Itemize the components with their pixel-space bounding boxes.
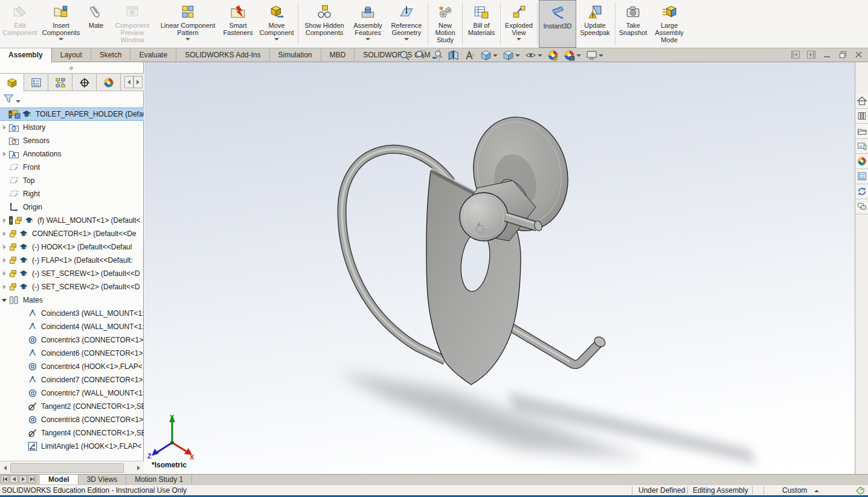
apply-scene-dropdown-arrow[interactable]	[576, 54, 581, 57]
first-tab-button[interactable]	[1, 475, 9, 483]
mate-row[interactable]: Concentric3 (CONNECTOR<1>,	[0, 333, 144, 347]
home-icon[interactable]	[855, 94, 868, 109]
motion-study-1-tab[interactable]: Motion Study 1	[126, 475, 192, 484]
mate-row[interactable]: Tangent2 (CONNECTOR<1>,SE	[0, 400, 144, 413]
tree-root-row[interactable]: TOILET_PAPER_HOLDER (Default<D	[0, 107, 144, 121]
3d-views-tab[interactable]: 3D Views	[79, 475, 126, 484]
zoom-to-fit-button[interactable]	[397, 50, 411, 61]
close-icon[interactable]	[854, 50, 863, 59]
configuration-dropdown-arrow[interactable]	[814, 490, 819, 492]
tree-row-connector[interactable]: CONNECTOR<1> (Default<<De	[0, 227, 144, 240]
tree-row-history[interactable]: History	[0, 121, 144, 134]
tab-simulation[interactable]: Simulation	[270, 48, 321, 62]
tree-row-top-plane[interactable]: Top	[0, 174, 144, 187]
mate-button[interactable]: Mate	[84, 0, 108, 48]
tree-row-mates[interactable]: Mates	[0, 293, 144, 307]
dimxpertmanager-tab[interactable]	[72, 74, 97, 91]
take-snapshot-button[interactable]: Take Snapshot	[617, 0, 649, 48]
assembly-features-button[interactable]: Assembly Features	[349, 0, 387, 48]
collapse-pane-left-button[interactable]	[791, 50, 800, 59]
instant3d-button[interactable]: Instant3D	[539, 0, 576, 48]
mate-row[interactable]: Concentric7 (WALL_MOUNT<1:	[0, 386, 144, 400]
reference-geometry-dropdown-arrow[interactable]	[404, 38, 409, 40]
hide-show-items-button[interactable]	[524, 50, 544, 61]
tab-evaluate[interactable]: Evaluate	[130, 48, 176, 62]
tab-assembly[interactable]: Assembly	[0, 48, 52, 62]
mate-row[interactable]: LimitAngle1 (HOOK<1>,FLAP<	[0, 440, 144, 453]
panel-horizontal-scrollbar[interactable]	[0, 461, 144, 474]
scrollbar-thumb[interactable]	[10, 463, 124, 473]
view-palette-icon[interactable]	[855, 139, 868, 154]
panel-tabs-scroll-right[interactable]	[133, 76, 143, 88]
scroll-left-arrow[interactable]	[0, 462, 10, 474]
tree-row-flap[interactable]: (-) FLAP<1> (Default<<Default:	[0, 254, 144, 267]
tab-solidworks-add-ins[interactable]: SOLIDWORKS Add-Ins	[176, 48, 269, 62]
tag-icon[interactable]	[855, 486, 865, 497]
restore-button[interactable]	[838, 50, 847, 59]
section-view-button[interactable]	[446, 50, 460, 61]
hide-show-items-dropdown-arrow[interactable]	[538, 54, 542, 57]
exploded-view-button[interactable]: Exploded View	[502, 0, 536, 48]
new-motion-study-button[interactable]: New Motion Study	[429, 0, 461, 48]
move-component-button[interactable]: Move Component	[257, 0, 297, 48]
annotation-view-button[interactable]	[463, 50, 477, 61]
mate-row[interactable]: Concentric4 (HOOK<1>,FLAP<	[0, 360, 144, 373]
mate-row[interactable]: Concentric8 (CONNECTOR<1>,	[0, 413, 144, 426]
tab-mbd[interactable]: MBD	[321, 48, 355, 62]
insert-components-dropdown-arrow[interactable]	[59, 38, 63, 40]
insert-components-button[interactable]: Insert Components	[38, 0, 84, 48]
tree-row-set-screw-1[interactable]: (-) SET_SCREW<1> (Default<<D	[0, 267, 144, 280]
exploded-view-dropdown-arrow[interactable]	[516, 38, 521, 40]
display-style-button[interactable]	[501, 50, 521, 61]
filter-dropdown-arrow[interactable]	[16, 100, 21, 103]
next-tab-button[interactable]	[19, 475, 27, 483]
previous-view-button[interactable]	[430, 50, 444, 61]
move-component-dropdown-arrow[interactable]	[274, 38, 279, 40]
panel-top-splitter[interactable]	[0, 62, 144, 73]
tree-row-sensors[interactable]: Sensors	[0, 134, 144, 147]
assembly-features-dropdown-arrow[interactable]	[365, 38, 370, 40]
linear-component-pattern-dropdown-arrow[interactable]	[185, 38, 190, 40]
panel-tabs-scroll-left[interactable]	[124, 76, 133, 88]
graphics-viewport[interactable]: Y Z X *Isometric	[144, 62, 855, 474]
tree-row-hook[interactable]: (-) HOOK<1> (Default<<Defaul	[0, 240, 144, 254]
mate-row[interactable]: Coincident4 (WALL_MOUNT<1:	[0, 320, 144, 333]
tree-row-set-screw-2[interactable]: (-) SET_SCREW<2> (Default<<D	[0, 280, 144, 293]
view-orientation-button[interactable]	[479, 50, 499, 61]
propertymanager-tab[interactable]	[24, 74, 48, 91]
tree-row-wall-mount[interactable]: (f) WALL_MOUNT<1> (Default<	[0, 214, 144, 227]
previous-tab-button[interactable]	[10, 475, 18, 483]
linear-component-pattern-button[interactable]: Linear Component Pattern	[156, 0, 219, 48]
appearances-icon[interactable]	[855, 154, 868, 169]
view-orientation-dropdown-arrow[interactable]	[493, 54, 498, 57]
display-style-dropdown-arrow[interactable]	[515, 54, 520, 57]
tree-row-annotations[interactable]: Annotations	[0, 147, 144, 161]
apply-scene-button[interactable]	[562, 50, 582, 61]
status-configuration[interactable]: Custom	[782, 486, 807, 495]
design-library-icon[interactable]	[855, 109, 868, 124]
tab-layout[interactable]: Layout	[52, 48, 91, 62]
view-settings-button[interactable]	[585, 50, 605, 61]
minimize-button[interactable]	[822, 50, 832, 59]
view-settings-dropdown-arrow[interactable]	[599, 54, 603, 57]
mate-row[interactable]: Coincident7 (CONNECTOR<1>,	[0, 373, 144, 386]
tree-row-origin[interactable]: Origin	[0, 200, 144, 214]
reference-geometry-button[interactable]: Reference Geometry	[387, 0, 426, 48]
model-tab[interactable]: Model	[40, 475, 79, 484]
displaymanager-tab[interactable]	[97, 74, 121, 91]
zoom-to-area-button[interactable]	[414, 50, 428, 61]
filter-funnel-icon[interactable]	[3, 93, 14, 106]
custom-properties-icon[interactable]	[855, 169, 868, 184]
configurationmanager-tab[interactable]	[48, 74, 72, 91]
tree-row-right-plane[interactable]: Right	[0, 187, 144, 200]
last-tab-button[interactable]	[28, 475, 36, 483]
mate-row[interactable]: Coincident3 (WALL_MOUNT<1:	[0, 307, 144, 320]
file-explorer-icon[interactable]	[855, 124, 868, 139]
update-speedpak-button[interactable]: Update Speedpak	[576, 0, 614, 48]
smart-fasteners-button[interactable]: Smart Fasteners	[219, 0, 257, 48]
collapse-pane-right-button[interactable]	[806, 50, 816, 59]
tree-row-front-plane[interactable]: Front	[0, 161, 144, 174]
sync-icon[interactable]	[855, 184, 868, 199]
bill-of-materials-button[interactable]: Bill of Materials	[464, 0, 499, 48]
edit-component-button[interactable]: Edit Component	[2, 0, 38, 48]
